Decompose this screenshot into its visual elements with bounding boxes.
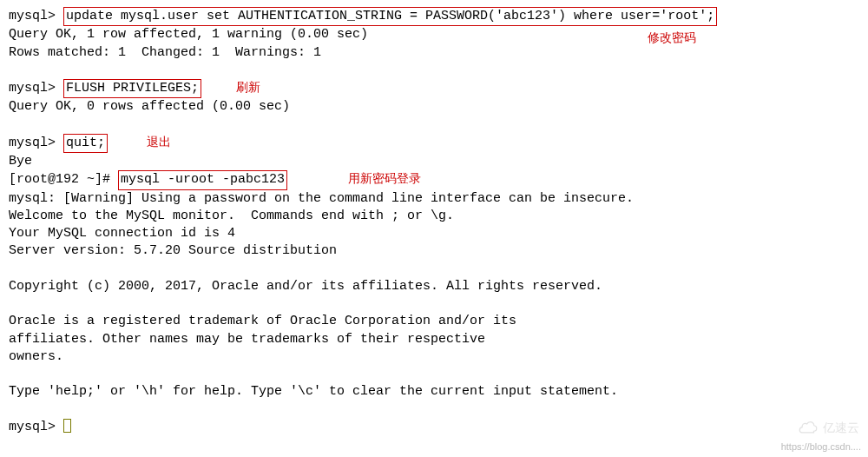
mysql-prompt: mysql> xyxy=(9,420,63,434)
terminal-line-final-prompt: mysql> xyxy=(9,419,859,436)
terminal-output: affiliates. Other names may be trademark… xyxy=(9,331,859,348)
blank-line xyxy=(9,116,859,134)
watermark-url: https://blog.csdn.... xyxy=(781,440,861,454)
watermark-brand: 亿速云 xyxy=(797,420,859,436)
annotation-new-password-login: 用新密码登录 xyxy=(348,171,421,185)
terminal-output: Query OK, 0 rows affected (0.00 sec) xyxy=(9,98,859,116)
terminal-line-login: [root@192 ~]# mysql -uroot -pabc123用新密码登… xyxy=(9,170,859,189)
terminal-output: owners. xyxy=(9,348,859,366)
mysql-prompt: mysql> xyxy=(9,9,63,23)
mysql-prompt: mysql> xyxy=(9,81,63,96)
cursor-icon xyxy=(63,419,71,433)
terminal-line-quit: mysql> quit;退出 xyxy=(9,134,859,153)
blank-line xyxy=(9,366,859,383)
terminal-line-flush: mysql> FLUSH PRIVILEGES;刷新 xyxy=(9,79,859,98)
boxed-command-update: update mysql.user set AUTHENTICATION_STR… xyxy=(63,7,717,26)
blank-line xyxy=(9,295,859,313)
terminal-line-1: mysql> update mysql.user set AUTHENTICAT… xyxy=(9,7,859,26)
terminal-output: Oracle is a registered trademark of Orac… xyxy=(9,313,859,330)
blank-line xyxy=(9,401,859,419)
boxed-command-quit: quit; xyxy=(63,134,108,153)
terminal-output: Rows matched: 1 Changed: 1 Warnings: 1 xyxy=(9,44,859,62)
terminal-output: mysql: [Warning] Using a password on the… xyxy=(9,190,859,208)
blank-line xyxy=(9,62,859,79)
terminal-output: Query OK, 1 row affected, 1 warning (0.0… xyxy=(9,26,859,43)
boxed-command-login: mysql -uroot -pabc123 xyxy=(118,170,287,189)
mysql-prompt: mysql> xyxy=(9,136,63,150)
annotation-refresh: 刷新 xyxy=(236,80,260,94)
annotation-exit: 退出 xyxy=(147,135,171,149)
shell-prompt: [root@192 ~]# xyxy=(9,172,118,187)
terminal-output: Type 'help;' or '\h' for help. Type '\c'… xyxy=(9,383,859,401)
terminal-output: Server version: 5.7.20 Source distributi… xyxy=(9,242,859,260)
terminal-output: Your MySQL connection id is 4 xyxy=(9,225,859,242)
annotation-change-password: 修改密码 xyxy=(648,30,696,46)
boxed-command-flush: FLUSH PRIVILEGES; xyxy=(63,79,201,98)
terminal-output: Welcome to the MySQL monitor. Commands e… xyxy=(9,208,859,225)
blank-line xyxy=(9,261,859,278)
terminal-output: Copyright (c) 2000, 2017, Oracle and/or … xyxy=(9,278,859,295)
terminal-output: Bye xyxy=(9,153,859,170)
cloud-icon xyxy=(797,421,819,436)
